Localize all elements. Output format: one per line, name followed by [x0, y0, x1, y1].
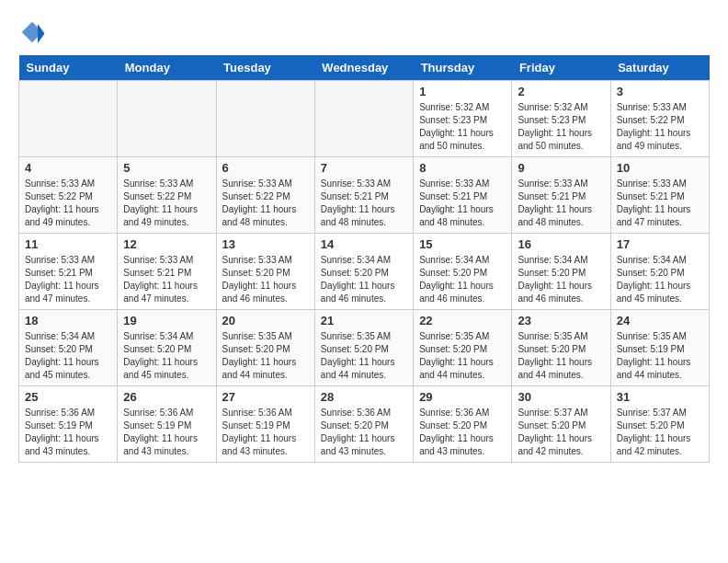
- day-number: 14: [321, 237, 407, 251]
- calendar-cell: 20Sunrise: 5:35 AM Sunset: 5:20 PM Dayli…: [216, 310, 314, 386]
- day-number: 12: [123, 237, 210, 251]
- calendar-cell: 31Sunrise: 5:37 AM Sunset: 5:20 PM Dayli…: [610, 386, 709, 463]
- day-info: Sunrise: 5:34 AM Sunset: 5:20 PM Dayligh…: [617, 254, 703, 305]
- day-number: 2: [518, 85, 604, 98]
- day-number: 18: [25, 314, 111, 327]
- day-number: 13: [222, 237, 309, 251]
- day-info: Sunrise: 5:33 AM Sunset: 5:21 PM Dayligh…: [123, 254, 210, 305]
- day-info: Sunrise: 5:36 AM Sunset: 5:19 PM Dayligh…: [123, 407, 210, 458]
- calendar-cell: 18Sunrise: 5:34 AM Sunset: 5:20 PM Dayli…: [19, 310, 118, 386]
- day-number: 30: [518, 390, 604, 404]
- day-info: Sunrise: 5:33 AM Sunset: 5:22 PM Dayligh…: [617, 101, 703, 153]
- day-number: 19: [123, 314, 210, 327]
- day-number: 26: [123, 390, 210, 404]
- calendar-cell: 8Sunrise: 5:33 AM Sunset: 5:21 PM Daylig…: [414, 157, 512, 234]
- calendar-cell: 11Sunrise: 5:33 AM Sunset: 5:21 PM Dayli…: [19, 234, 118, 310]
- day-info: Sunrise: 5:35 AM Sunset: 5:20 PM Dayligh…: [518, 330, 604, 382]
- weekday-header-friday: Friday: [512, 55, 610, 81]
- day-info: Sunrise: 5:33 AM Sunset: 5:22 PM Dayligh…: [222, 178, 309, 229]
- day-number: 3: [617, 85, 703, 98]
- svg-marker-1: [38, 24, 45, 43]
- day-info: Sunrise: 5:34 AM Sunset: 5:20 PM Dayligh…: [123, 330, 210, 382]
- day-number: 22: [419, 314, 506, 327]
- day-number: 7: [321, 161, 407, 175]
- calendar-cell: 13Sunrise: 5:33 AM Sunset: 5:20 PM Dayli…: [216, 234, 314, 310]
- calendar-cell: 14Sunrise: 5:34 AM Sunset: 5:20 PM Dayli…: [314, 234, 413, 310]
- day-number: 21: [321, 314, 407, 327]
- calendar-cell: 15Sunrise: 5:34 AM Sunset: 5:20 PM Dayli…: [414, 234, 512, 310]
- weekday-header-thursday: Thursday: [414, 55, 512, 81]
- day-number: 6: [222, 161, 309, 175]
- page-header: [18, 18, 710, 46]
- weekday-header-monday: Monday: [118, 55, 216, 81]
- calendar-cell: 9Sunrise: 5:33 AM Sunset: 5:21 PM Daylig…: [512, 157, 610, 234]
- day-number: 29: [419, 390, 506, 404]
- calendar-cell: 17Sunrise: 5:34 AM Sunset: 5:20 PM Dayli…: [610, 234, 709, 310]
- calendar-cell: 30Sunrise: 5:37 AM Sunset: 5:20 PM Dayli…: [512, 386, 610, 463]
- calendar-cell: 19Sunrise: 5:34 AM Sunset: 5:20 PM Dayli…: [118, 310, 216, 386]
- calendar-cell: 6Sunrise: 5:33 AM Sunset: 5:22 PM Daylig…: [216, 157, 314, 234]
- calendar-cell: 22Sunrise: 5:35 AM Sunset: 5:20 PM Dayli…: [414, 310, 512, 386]
- weekday-header-tuesday: Tuesday: [216, 55, 314, 81]
- calendar-cell: [118, 81, 216, 157]
- calendar-week-row-1: 1Sunrise: 5:32 AM Sunset: 5:23 PM Daylig…: [19, 81, 710, 157]
- day-info: Sunrise: 5:37 AM Sunset: 5:20 PM Dayligh…: [617, 407, 703, 458]
- day-number: 15: [419, 237, 506, 251]
- day-number: 10: [617, 161, 703, 175]
- calendar-cell: 29Sunrise: 5:36 AM Sunset: 5:20 PM Dayli…: [414, 386, 512, 463]
- calendar-cell: 21Sunrise: 5:35 AM Sunset: 5:20 PM Dayli…: [314, 310, 413, 386]
- day-number: 27: [222, 390, 309, 404]
- weekday-header-sunday: Sunday: [19, 55, 118, 81]
- calendar-cell: 23Sunrise: 5:35 AM Sunset: 5:20 PM Dayli…: [512, 310, 610, 386]
- weekday-header-row: SundayMondayTuesdayWednesdayThursdayFrid…: [19, 55, 710, 81]
- weekday-header-saturday: Saturday: [610, 55, 709, 81]
- calendar-cell: 5Sunrise: 5:33 AM Sunset: 5:22 PM Daylig…: [118, 157, 216, 234]
- day-info: Sunrise: 5:36 AM Sunset: 5:19 PM Dayligh…: [25, 407, 111, 458]
- day-info: Sunrise: 5:32 AM Sunset: 5:23 PM Dayligh…: [419, 101, 506, 153]
- calendar-cell: [216, 81, 314, 157]
- day-info: Sunrise: 5:34 AM Sunset: 5:20 PM Dayligh…: [419, 254, 506, 305]
- day-number: 17: [617, 237, 703, 251]
- day-info: Sunrise: 5:34 AM Sunset: 5:20 PM Dayligh…: [321, 254, 407, 305]
- logo-icon: [18, 18, 46, 46]
- day-info: Sunrise: 5:35 AM Sunset: 5:20 PM Dayligh…: [222, 330, 309, 382]
- logo: [18, 18, 51, 46]
- day-info: Sunrise: 5:37 AM Sunset: 5:20 PM Dayligh…: [518, 407, 604, 458]
- day-info: Sunrise: 5:33 AM Sunset: 5:22 PM Dayligh…: [123, 178, 210, 229]
- calendar-cell: 26Sunrise: 5:36 AM Sunset: 5:19 PM Dayli…: [118, 386, 216, 463]
- day-number: 8: [419, 161, 506, 175]
- calendar-cell: 3Sunrise: 5:33 AM Sunset: 5:22 PM Daylig…: [610, 81, 709, 157]
- calendar-cell: 1Sunrise: 5:32 AM Sunset: 5:23 PM Daylig…: [414, 81, 512, 157]
- calendar-week-row-2: 4Sunrise: 5:33 AM Sunset: 5:22 PM Daylig…: [19, 157, 710, 234]
- day-info: Sunrise: 5:35 AM Sunset: 5:20 PM Dayligh…: [321, 330, 407, 382]
- day-number: 9: [518, 161, 604, 175]
- day-number: 31: [617, 390, 703, 404]
- day-number: 25: [25, 390, 111, 404]
- calendar-cell: 2Sunrise: 5:32 AM Sunset: 5:23 PM Daylig…: [512, 81, 610, 157]
- calendar-cell: [19, 81, 118, 157]
- calendar-cell: 16Sunrise: 5:34 AM Sunset: 5:20 PM Dayli…: [512, 234, 610, 310]
- day-info: Sunrise: 5:36 AM Sunset: 5:20 PM Dayligh…: [321, 407, 407, 458]
- calendar-cell: 28Sunrise: 5:36 AM Sunset: 5:20 PM Dayli…: [314, 386, 413, 463]
- day-info: Sunrise: 5:34 AM Sunset: 5:20 PM Dayligh…: [518, 254, 604, 305]
- day-number: 28: [321, 390, 407, 404]
- day-info: Sunrise: 5:33 AM Sunset: 5:21 PM Dayligh…: [617, 178, 703, 229]
- calendar-cell: 12Sunrise: 5:33 AM Sunset: 5:21 PM Dayli…: [118, 234, 216, 310]
- day-info: Sunrise: 5:33 AM Sunset: 5:21 PM Dayligh…: [25, 254, 111, 305]
- day-info: Sunrise: 5:36 AM Sunset: 5:20 PM Dayligh…: [419, 407, 506, 458]
- day-number: 23: [518, 314, 604, 327]
- day-number: 5: [123, 161, 210, 175]
- calendar-cell: 25Sunrise: 5:36 AM Sunset: 5:19 PM Dayli…: [19, 386, 118, 463]
- day-info: Sunrise: 5:33 AM Sunset: 5:20 PM Dayligh…: [222, 254, 309, 305]
- day-info: Sunrise: 5:33 AM Sunset: 5:21 PM Dayligh…: [518, 178, 604, 229]
- calendar-cell: 10Sunrise: 5:33 AM Sunset: 5:21 PM Dayli…: [610, 157, 709, 234]
- calendar-cell: 7Sunrise: 5:33 AM Sunset: 5:21 PM Daylig…: [314, 157, 413, 234]
- day-info: Sunrise: 5:33 AM Sunset: 5:21 PM Dayligh…: [321, 178, 407, 229]
- day-info: Sunrise: 5:34 AM Sunset: 5:20 PM Dayligh…: [25, 330, 111, 382]
- calendar-week-row-4: 18Sunrise: 5:34 AM Sunset: 5:20 PM Dayli…: [19, 310, 710, 386]
- calendar-week-row-3: 11Sunrise: 5:33 AM Sunset: 5:21 PM Dayli…: [19, 234, 710, 310]
- day-number: 11: [25, 237, 111, 251]
- calendar-cell: [314, 81, 413, 157]
- day-info: Sunrise: 5:36 AM Sunset: 5:19 PM Dayligh…: [222, 407, 309, 458]
- calendar-cell: 4Sunrise: 5:33 AM Sunset: 5:22 PM Daylig…: [19, 157, 118, 234]
